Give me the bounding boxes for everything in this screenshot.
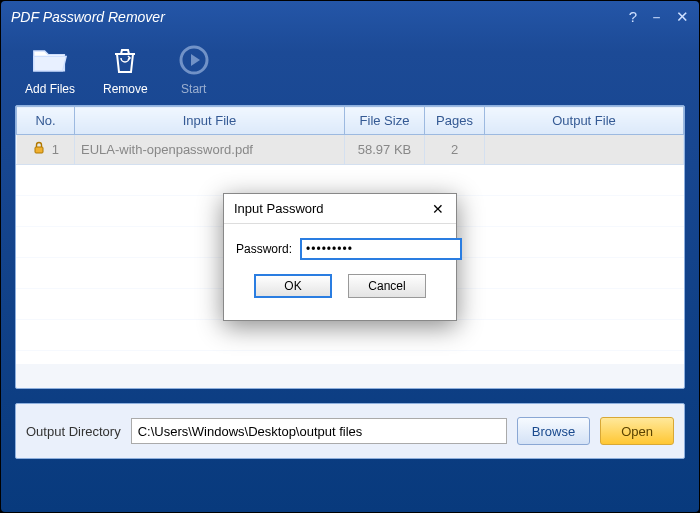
lock-icon <box>32 141 46 158</box>
row-input-file: EULA-with-openpassword.pdf <box>75 135 345 165</box>
remove-label: Remove <box>103 82 148 96</box>
row-pages: 2 <box>425 135 485 165</box>
table-row[interactable]: 1 EULA-with-openpassword.pdf 58.97 KB 2 <box>17 135 684 165</box>
help-icon[interactable]: ? <box>629 8 637 27</box>
minimize-icon[interactable]: － <box>649 8 664 27</box>
close-icon[interactable]: ✕ <box>676 8 689 27</box>
remove-button[interactable]: Remove <box>103 42 148 96</box>
col-header-file-size[interactable]: File Size <box>345 107 425 135</box>
trash-recycle-icon <box>107 42 143 78</box>
start-label: Start <box>181 82 206 96</box>
row-file-size: 58.97 KB <box>345 135 425 165</box>
add-files-button[interactable]: Add Files <box>25 42 75 96</box>
table-empty-area <box>16 164 684 364</box>
row-no: 1 <box>52 142 59 157</box>
titlebar: PDF Password Remover ? － ✕ <box>1 1 699 33</box>
add-files-label: Add Files <box>25 82 75 96</box>
output-dir-input[interactable] <box>131 418 507 444</box>
svg-rect-1 <box>35 147 43 153</box>
output-dir-label: Output Directory <box>26 424 121 439</box>
col-header-input-file[interactable]: Input File <box>75 107 345 135</box>
footer-bar: Output Directory Browse Open <box>15 403 685 459</box>
play-icon <box>176 42 212 78</box>
open-button[interactable]: Open <box>600 417 674 445</box>
file-table: No. Input File File Size Pages Output Fi… <box>16 106 684 164</box>
folder-add-icon <box>32 42 68 78</box>
row-output-file <box>485 135 684 165</box>
col-header-no[interactable]: No. <box>17 107 75 135</box>
col-header-pages[interactable]: Pages <box>425 107 485 135</box>
app-window: PDF Password Remover ? － ✕ Add Files Rem… <box>1 1 699 512</box>
file-table-panel: No. Input File File Size Pages Output Fi… <box>15 105 685 389</box>
toolbar: Add Files Remove Start <box>1 33 699 105</box>
start-button[interactable]: Start <box>176 42 212 96</box>
app-title: PDF Password Remover <box>11 9 165 25</box>
browse-button[interactable]: Browse <box>517 417 590 445</box>
col-header-output-file[interactable]: Output File <box>485 107 684 135</box>
window-controls: ? － ✕ <box>629 8 689 27</box>
